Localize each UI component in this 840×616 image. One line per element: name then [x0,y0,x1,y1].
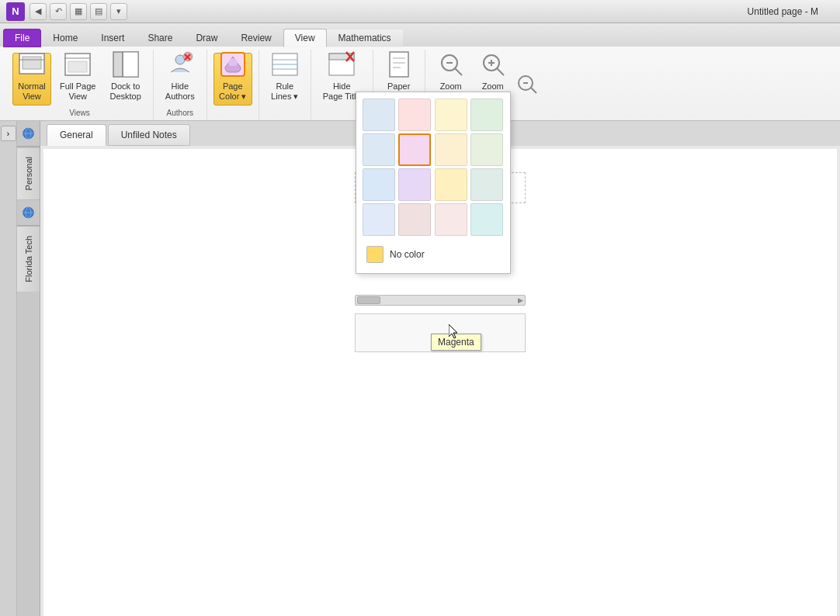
no-color-button[interactable]: No color [363,242,504,267]
page-tab-general[interactable]: General [47,124,106,146]
florida-tech-icon [22,205,35,220]
svg-line-28 [455,68,462,75]
color-cell-10[interactable] [435,168,467,201]
horizontal-scrollbar[interactable]: ▶ [355,295,526,306]
ribbon-group-page-color: PageColor ▾ [207,50,259,120]
window-title: Untitled page - M [748,6,818,17]
sidebar-tab-personal-label: Personal [24,157,33,190]
rule-lines-button[interactable]: RuleLines ▾ [266,53,304,106]
full-page-view-icon [64,50,92,78]
color-cell-7[interactable] [470,133,503,166]
authors-buttons: HideAuthors [160,53,200,106]
color-cell-6[interactable] [435,133,467,166]
dock-to-desktop-button[interactable]: Dock toDesktop [104,53,146,106]
page-color-icon [219,50,247,78]
magenta-tooltip: Magenta [431,334,481,351]
ribbon-group-authors: HideAuthors Authors [154,50,207,120]
color-cell-4[interactable] [363,133,395,166]
svg-line-32 [497,68,504,75]
authors-group-label: Authors [167,106,193,117]
tab-mathematics[interactable]: Mathematics [327,29,403,47]
color-cell-3[interactable] [470,99,503,131]
page-color-button[interactable]: PageColor ▾ [213,53,252,106]
sidebar-tabs: Personal Florida Tech [17,121,40,616]
zoom-selector-icon [513,71,541,99]
views-buttons: NormalView Full PageView [12,53,147,106]
hide-authors-label: HideAuthors [165,81,195,102]
back-button[interactable]: ◀ [30,3,47,20]
hide-authors-icon [166,50,194,78]
full-page-view-label: Full PageView [60,81,95,102]
sidebar-collapse-button[interactable]: › [1,126,16,141]
scrollbar-thumb[interactable] [357,296,380,304]
hide-page-title-icon [328,50,356,78]
color-cell-0[interactable] [363,99,395,131]
views-group-label: Views [69,106,90,117]
sidebar-tab-florida-tech[interactable]: Florida Tech [17,226,40,292]
tab-file[interactable]: File [3,29,41,47]
svg-rect-5 [68,61,87,72]
rule-lines-label: RuleLines ▾ [271,81,298,102]
color-cell-13[interactable] [398,203,431,236]
tab-draw[interactable]: Draw [184,29,229,47]
grid2-button[interactable]: ▤ [90,3,107,20]
color-grid [363,99,504,236]
normal-view-label: NormalView [18,81,45,102]
page-color-buttons: PageColor ▾ [213,53,252,117]
color-cell-14[interactable] [435,203,467,236]
zoom-in-icon [479,50,507,78]
grid1-button[interactable]: ▦ [70,3,87,20]
title-bar: N ◀ ↶ ▦ ▤ ▾ Untitled page - M [0,0,840,23]
app-logo: N [6,2,25,21]
zoom-out-icon [437,50,465,78]
zoom-selector-button[interactable] [515,53,539,106]
color-cell-8[interactable] [363,168,395,201]
normal-view-icon [18,50,46,78]
tab-home[interactable]: Home [41,29,89,47]
no-color-swatch [366,246,384,263]
personal-icon [22,126,35,141]
ribbon-tabs: File Home Insert Share Draw Review View … [0,23,840,47]
rule-lines-icon [271,50,299,78]
tab-view[interactable]: View [283,29,327,47]
page-tab-unfiled-label: Unfiled Notes [121,130,177,140]
hide-authors-button[interactable]: HideAuthors [160,53,200,106]
rule-lines-buttons: RuleLines ▾ [266,53,304,117]
tab-share[interactable]: Share [136,29,184,47]
quick-access-dropdown[interactable]: ▾ [110,3,127,20]
color-cell-magenta[interactable] [398,133,431,166]
svg-line-35 [531,88,536,93]
sidebar-tab-personal[interactable]: Personal [17,147,40,199]
tab-review[interactable]: Review [229,29,283,47]
color-cell-11[interactable] [470,168,503,201]
color-cell-2[interactable] [435,99,467,131]
dock-to-desktop-icon [112,50,140,78]
sidebar-tab-florida-tech-label: Florida Tech [24,236,33,282]
page-tab-unfiled[interactable]: Unfiled Notes [108,124,190,146]
color-cell-15[interactable] [470,203,503,236]
svg-rect-1 [23,57,41,69]
svg-rect-7 [123,52,138,77]
color-cell-12[interactable] [363,203,395,236]
no-color-label: No color [390,249,425,260]
ribbon-group-views: NormalView Full PageView [6,50,154,120]
dock-to-desktop-label: Dock toDesktop [109,81,141,102]
normal-view-button[interactable]: NormalView [12,53,51,106]
paper-size-icon [385,50,413,78]
page-color-label: PageColor ▾ [219,81,246,102]
tab-insert[interactable]: Insert [89,29,136,47]
svg-rect-22 [390,52,408,77]
color-picker-dropdown: No color [356,92,511,274]
color-cell-9[interactable] [398,168,431,201]
color-cell-1[interactable] [398,99,431,131]
full-page-view-button[interactable]: Full PageView [54,53,101,106]
title-bar-controls: ◀ ↶ ▦ ▤ ▾ [30,3,127,20]
ribbon-group-rule-lines: RuleLines ▾ [259,50,311,120]
undo-button[interactable]: ↶ [50,3,67,20]
page-tab-general-label: General [60,130,93,140]
